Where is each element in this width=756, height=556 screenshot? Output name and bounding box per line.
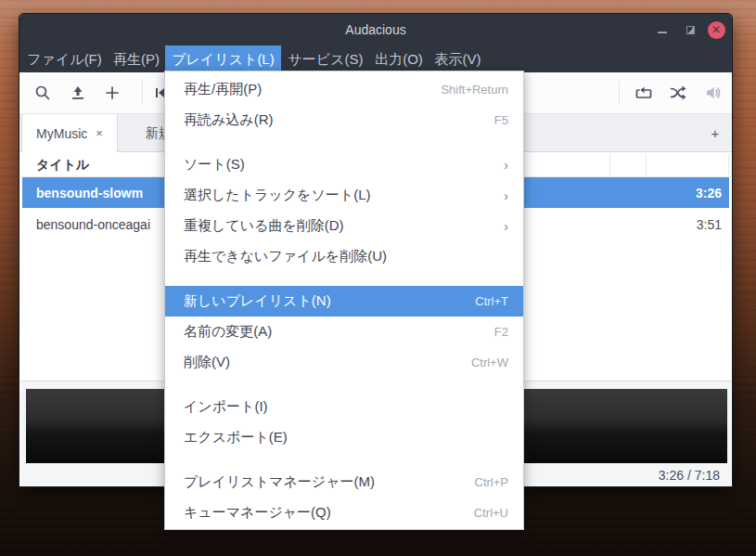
menu-item-sort-selected[interactable]: 選択したトラックをソート(L) › xyxy=(165,180,523,211)
menu-output[interactable]: 出力(O) xyxy=(370,45,428,72)
close-button[interactable]: ✕ xyxy=(704,14,728,45)
toolbar-separator xyxy=(142,81,143,105)
track-title: bensound-onceagai xyxy=(36,217,150,232)
menu-item-playlist-manager[interactable]: プレイリストマネージャー(M) Ctrl+P xyxy=(165,467,523,498)
menu-playlist[interactable]: プレイリスト(L) xyxy=(165,45,281,72)
track-time: 3:26 xyxy=(696,186,722,200)
menu-item-play-resume[interactable]: 再生/再開(P) Shift+Return xyxy=(165,74,523,105)
menu-item-import[interactable]: インポート(I) xyxy=(165,392,523,422)
open-files-button[interactable] xyxy=(64,72,92,113)
add-files-button[interactable] xyxy=(98,72,126,113)
column-header-title[interactable]: タイトル xyxy=(36,152,89,176)
menu-item-remove-unavailable[interactable]: 再生できないファイルを削除(U) xyxy=(165,241,523,272)
column-divider xyxy=(609,154,610,175)
menu-item-refresh[interactable]: 再読み込み(R) F5 xyxy=(165,105,523,136)
add-files-icon xyxy=(104,84,121,101)
submenu-arrow-icon: › xyxy=(504,158,508,173)
volume-button[interactable] xyxy=(699,72,727,113)
submenu-arrow-icon: › xyxy=(504,188,508,203)
minimize-icon xyxy=(658,32,667,33)
minimize-button[interactable] xyxy=(650,14,674,45)
submenu-arrow-icon: › xyxy=(504,219,508,234)
add-tab-button[interactable]: + xyxy=(704,114,726,152)
menu-item-remove[interactable]: 削除(V) Ctrl+W xyxy=(165,347,523,378)
menu-item-sort[interactable]: ソート(S) › xyxy=(165,149,523,180)
toolbar-separator-right xyxy=(619,81,620,105)
playlist-menu-dropdown: 再生/再開(P) Shift+Return 再読み込み(R) F5 ソート(S)… xyxy=(164,71,524,530)
open-files-icon xyxy=(70,84,86,101)
tab-close-icon[interactable]: × xyxy=(96,126,103,140)
tab-mymusic[interactable]: MyMusic × xyxy=(21,114,118,152)
search-icon xyxy=(34,84,51,101)
restore-icon xyxy=(686,26,695,34)
track-title: bensound-slowm xyxy=(36,186,143,200)
track-time: 3:51 xyxy=(697,217,722,232)
tab-label: MyMusic xyxy=(36,126,87,141)
menu-playback[interactable]: 再生(P) xyxy=(108,45,165,72)
search-button[interactable] xyxy=(29,72,57,113)
maximize-button[interactable] xyxy=(678,14,702,45)
window-title: Audacious xyxy=(19,14,732,45)
repeat-button[interactable] xyxy=(630,72,658,113)
repeat-icon xyxy=(634,84,653,101)
menu-item-rename[interactable]: 名前の変更(A) F2 xyxy=(165,317,523,347)
menu-item-remove-duplicates[interactable]: 重複している曲を削除(D) › xyxy=(165,211,523,241)
shuffle-button[interactable] xyxy=(664,72,692,113)
menu-services[interactable]: サービス(S) xyxy=(281,45,370,72)
titlebar[interactable]: Audacious ✕ xyxy=(19,14,732,45)
menu-item-queue-manager[interactable]: キューマネージャー(Q) Ctrl+U xyxy=(165,498,523,528)
shuffle-icon xyxy=(669,84,687,101)
menubar: ファイル(F) 再生(P) プレイリスト(L) サービス(S) 出力(O) 表示… xyxy=(19,45,732,72)
column-divider xyxy=(728,154,729,175)
menu-item-new-playlist[interactable]: 新しいプレイリスト(N) Ctrl+T xyxy=(165,286,523,317)
volume-icon xyxy=(704,84,723,101)
status-time: 3:26 / 7:18 xyxy=(659,468,720,483)
close-icon: ✕ xyxy=(708,21,725,39)
menu-view[interactable]: 表示(V) xyxy=(428,45,488,72)
menu-item-export[interactable]: エクスポート(E) xyxy=(165,422,523,453)
menu-file[interactable]: ファイル(F) xyxy=(21,45,108,72)
column-divider xyxy=(646,154,647,175)
